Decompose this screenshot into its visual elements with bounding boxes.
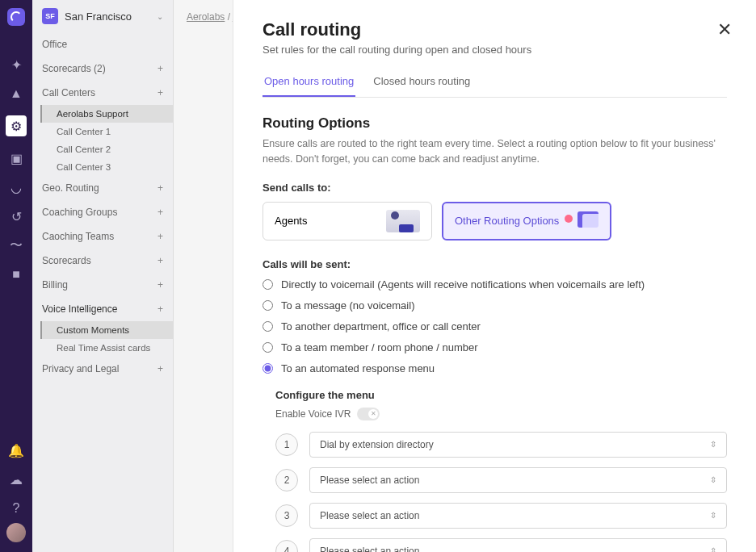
ivr-row-2: 2 Please select an action⇳: [275, 467, 727, 493]
radio-team-member[interactable]: To a team member / room phone / number: [262, 341, 727, 353]
sidebar-item-billing[interactable]: Billing+: [32, 273, 173, 297]
radio-voicemail[interactable]: Directly to voicemail (Agents will recei…: [262, 278, 727, 291]
sidebar-item-voice-intelligence[interactable]: Voice Intelligence+: [32, 297, 173, 321]
updown-icon: ⇳: [710, 546, 716, 552]
sidebar-item-scorecards-2[interactable]: Scorecards (2)+: [32, 56, 173, 81]
routing-tabs: Open hours routing Closed hours routing: [262, 70, 727, 98]
app-logo-icon[interactable]: [7, 8, 25, 26]
workspace-name: San Francisco: [65, 10, 150, 23]
tab-open-hours[interactable]: Open hours routing: [262, 70, 355, 97]
ivr-number: 1: [275, 433, 298, 456]
routing-options-title: Routing Options: [262, 115, 727, 132]
sidebar-item-office[interactable]: Office: [32, 32, 173, 56]
vi-subnav: Custom Moments Real Time Assist cards: [32, 321, 173, 357]
calls-sent-label: Calls will be sent:: [262, 258, 727, 270]
trend-icon[interactable]: 〜: [9, 238, 23, 253]
headset-icon[interactable]: ◡: [9, 180, 23, 194]
ivr-row-3: 3 Please select an action⇳: [275, 503, 727, 529]
plus-icon[interactable]: +: [158, 303, 163, 315]
call-routing-panel: ✕ Call routing Set rules for the call ro…: [233, 0, 756, 552]
sidebar-item-coaching-teams[interactable]: Caoching Teams+: [32, 224, 173, 249]
chevron-down-icon: ⌄: [157, 12, 163, 21]
ivr-select-4[interactable]: Please select an action⇳: [309, 538, 727, 553]
ivr-number: 2: [275, 469, 298, 491]
desk-icon[interactable]: ▣: [9, 151, 23, 165]
page-subtitle: Set rules for the call routing during op…: [262, 44, 727, 56]
sidebar-sub-custom-moments[interactable]: Custom Moments: [40, 321, 173, 339]
ivr-config: Configure the menu Enable Voice IVR 1 Di…: [262, 389, 727, 553]
sidebar-sub-call-center-2[interactable]: Call Center 2: [40, 140, 173, 158]
sidebar-item-coaching-groups[interactable]: Coaching Groups+: [32, 200, 173, 224]
ivr-number: 3: [275, 504, 298, 527]
plus-icon[interactable]: +: [158, 279, 163, 291]
enable-ivr-label: Enable Voice IVR: [275, 408, 351, 420]
tab-closed-hours[interactable]: Closed hours routing: [372, 70, 472, 97]
ivr-select-2[interactable]: Please select an action⇳: [309, 467, 727, 493]
sidebar-item-geo-routing[interactable]: Geo. Routing+: [32, 176, 173, 200]
help-icon[interactable]: ?: [9, 501, 23, 516]
settings-icon[interactable]: ⚙: [6, 115, 27, 136]
video-icon[interactable]: ■: [9, 267, 23, 282]
page-title: Call routing: [262, 19, 727, 40]
card-agents[interactable]: Agents: [262, 202, 432, 240]
workspace-switcher[interactable]: SF San Francisco ⌄: [32, 0, 173, 32]
radio-message[interactable]: To a message (no voicemail): [262, 299, 727, 312]
sidebar-sub-call-center-3[interactable]: Call Center 3: [40, 158, 173, 176]
updown-icon: ⇳: [710, 511, 716, 520]
sidebar: SF San Francisco ⌄ Office Scorecards (2)…: [32, 0, 174, 552]
ivr-select-1[interactable]: Dial by extension directory⇳: [309, 432, 727, 458]
chat-icon[interactable]: ☁: [9, 472, 23, 487]
card-agents-label: Agents: [275, 215, 307, 227]
other-routing-illustration-icon: [565, 210, 598, 232]
send-calls-label: Send calls to:: [262, 182, 727, 194]
radio-auto-menu[interactable]: To an automated response menu: [262, 362, 727, 374]
icon-rail: ✦ ▲ ⚙ ▣ ◡ ↺ 〜 ■ 🔔 ☁ ?: [0, 0, 32, 552]
sidebar-sub-aerolabs-support[interactable]: Aerolabs Support: [40, 105, 173, 123]
close-icon[interactable]: ✕: [717, 19, 732, 40]
sidebar-sub-rta-cards[interactable]: Real Time Assist cards: [40, 339, 173, 357]
enable-ivr-toggle[interactable]: [357, 408, 380, 420]
ivr-row-1: 1 Dial by extension directory⇳: [275, 432, 727, 458]
radio-department[interactable]: To another department, office or call ce…: [262, 320, 727, 332]
card-other-routing[interactable]: Other Routing Options: [442, 202, 611, 240]
plus-icon[interactable]: +: [158, 63, 163, 74]
routing-radio-group: Directly to voicemail (Agents will recei…: [262, 278, 727, 374]
plus-icon[interactable]: +: [158, 207, 163, 218]
routing-options-desc: Ensure calls are routed to the right tea…: [262, 136, 727, 167]
call-centers-subnav: Aerolabs Support Call Center 1 Call Cent…: [32, 105, 173, 176]
plus-icon[interactable]: +: [158, 87, 163, 98]
enable-ivr-row: Enable Voice IVR: [275, 408, 727, 420]
updown-icon: ⇳: [710, 440, 716, 449]
routing-cards: Agents Other Routing Options: [262, 202, 727, 240]
sidebar-item-scorecards[interactable]: Scorecards+: [32, 249, 173, 273]
sidebar-item-privacy[interactable]: Privacy and Legal+: [32, 357, 173, 381]
workspace-badge: SF: [42, 8, 58, 24]
plus-icon[interactable]: +: [158, 255, 163, 266]
ivr-number: 4: [275, 540, 298, 553]
plus-icon[interactable]: +: [158, 182, 163, 194]
bell-icon[interactable]: 🔔: [9, 443, 23, 458]
sidebar-sub-call-center-1[interactable]: Call Center 1: [40, 123, 173, 140]
configure-menu-label: Configure the menu: [275, 389, 727, 401]
ivr-row-4: 4 Please select an action⇳: [275, 538, 727, 553]
updown-icon: ⇳: [710, 475, 716, 484]
history-icon[interactable]: ↺: [9, 209, 23, 224]
plus-icon[interactable]: +: [158, 363, 163, 374]
ivr-select-3[interactable]: Please select an action⇳: [309, 503, 727, 529]
person-icon[interactable]: ▲: [9, 86, 23, 101]
agents-illustration-icon: [386, 210, 420, 232]
sparkle-icon[interactable]: ✦: [9, 57, 23, 72]
plus-icon[interactable]: +: [158, 231, 163, 242]
card-other-label: Other Routing Options: [455, 215, 559, 227]
user-avatar[interactable]: [6, 523, 26, 542]
sidebar-item-call-centers[interactable]: Call Centers+: [32, 81, 173, 105]
breadcrumb-link[interactable]: Aerolabs: [187, 11, 225, 23]
